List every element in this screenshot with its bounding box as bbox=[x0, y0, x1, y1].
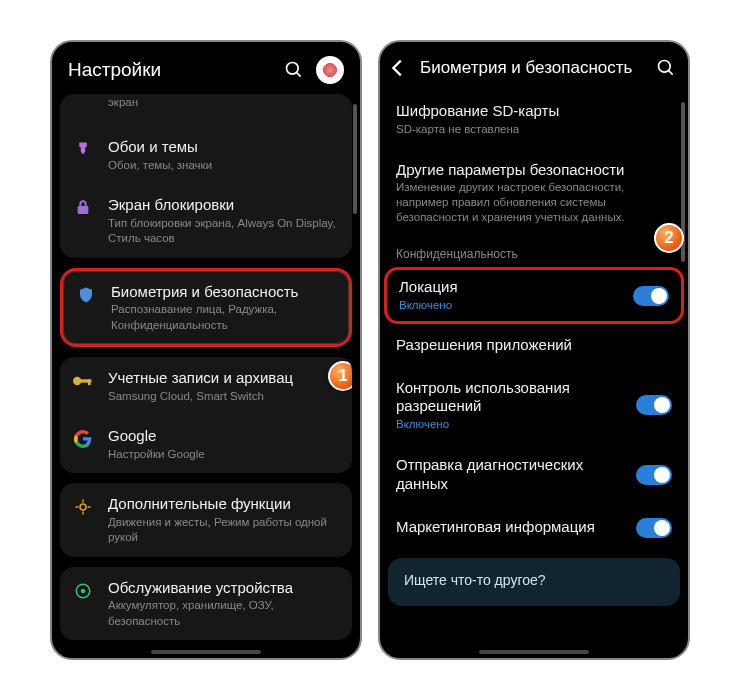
settings-list: экран Обои и темы Обои, темы, значки Экр… bbox=[52, 94, 360, 658]
settings-row-display[interactable]: экран bbox=[60, 94, 352, 126]
row-permission-monitor[interactable]: Контроль использования разрешений Включе… bbox=[380, 367, 688, 444]
phone-left: Настройки экран Обои и темы Обои, темы, … bbox=[50, 40, 362, 660]
row-location[interactable]: Локация Включено bbox=[384, 267, 684, 324]
brush-icon bbox=[72, 139, 94, 161]
avatar[interactable] bbox=[316, 56, 344, 84]
step-badge-1: 1 bbox=[328, 361, 352, 391]
settings-row-themes[interactable]: Обои и темы Обои, темы, значки bbox=[60, 126, 352, 184]
page-title: Настройки bbox=[68, 59, 272, 81]
svg-point-12 bbox=[81, 588, 86, 593]
toggle-permission-monitor[interactable] bbox=[636, 395, 672, 415]
search-icon[interactable] bbox=[654, 56, 678, 80]
svg-point-6 bbox=[80, 504, 86, 510]
settings-row-accounts[interactable]: Учетные записи и архивац Samsung Cloud, … bbox=[60, 357, 352, 415]
lock-icon bbox=[72, 197, 94, 219]
row-app-permissions[interactable]: Разрешения приложений bbox=[380, 324, 688, 367]
settings-row-biometrics[interactable]: Биометрия и безопасность Распознавание л… bbox=[60, 268, 352, 348]
row-marketing[interactable]: Маркетинговая информация bbox=[380, 506, 688, 550]
nav-indicator bbox=[151, 650, 261, 654]
care-icon bbox=[72, 580, 94, 602]
row-sdcard-encrypt[interactable]: Шифрование SD-карты SD-карта не вставлен… bbox=[380, 90, 688, 149]
svg-line-14 bbox=[669, 71, 673, 75]
scrollbar[interactable] bbox=[353, 104, 357, 214]
back-icon[interactable] bbox=[386, 56, 410, 80]
card-group-4: Обслуживание устройства Аккумулятор, хра… bbox=[60, 567, 352, 641]
phone-right: Биометрия и безопасность Шифрование SD-к… bbox=[378, 40, 690, 660]
svg-point-13 bbox=[659, 61, 671, 73]
page-title: Биометрия и безопасность bbox=[420, 58, 644, 78]
settings-row-google[interactable]: Google Настройки Google bbox=[60, 415, 352, 473]
key-icon bbox=[72, 370, 94, 392]
toggle-diagnostic[interactable] bbox=[636, 465, 672, 485]
shield-icon bbox=[75, 284, 97, 306]
google-icon bbox=[72, 428, 94, 450]
settings-row-care[interactable]: Обслуживание устройства Аккумулятор, хра… bbox=[60, 567, 352, 641]
nav-indicator bbox=[479, 650, 589, 654]
security-list: Шифрование SD-карты SD-карта не вставлен… bbox=[380, 90, 688, 658]
card-group-1: экран Обои и темы Обои, темы, значки Экр… bbox=[60, 94, 352, 258]
settings-row-advanced[interactable]: Дополнительные функции Движения и жесты,… bbox=[60, 483, 352, 557]
card-group-3: Дополнительные функции Движения и жесты,… bbox=[60, 483, 352, 557]
section-privacy: Конфиденциальность bbox=[380, 237, 688, 267]
search-icon[interactable] bbox=[282, 58, 306, 82]
settings-row-lockscreen[interactable]: Экран блокировки Тип блокировки экрана, … bbox=[60, 184, 352, 258]
help-footer[interactable]: Ищете что-то другое? bbox=[388, 558, 680, 606]
plus-icon bbox=[72, 496, 94, 518]
toggle-marketing[interactable] bbox=[636, 518, 672, 538]
row-other-security[interactable]: Другие параметры безопасности Изменение … bbox=[380, 149, 688, 238]
header-right: Биометрия и безопасность bbox=[380, 42, 688, 90]
svg-rect-5 bbox=[88, 379, 91, 385]
display-icon bbox=[72, 96, 94, 118]
toggle-location[interactable] bbox=[633, 286, 669, 306]
row-diagnostic[interactable]: Отправка диагностических данных bbox=[380, 444, 688, 506]
card-group-2: 1 Учетные записи и архивац Samsung Cloud… bbox=[60, 357, 352, 473]
svg-line-1 bbox=[297, 73, 301, 77]
svg-rect-2 bbox=[78, 206, 89, 214]
header-left: Настройки bbox=[52, 42, 360, 94]
svg-point-0 bbox=[287, 63, 299, 75]
